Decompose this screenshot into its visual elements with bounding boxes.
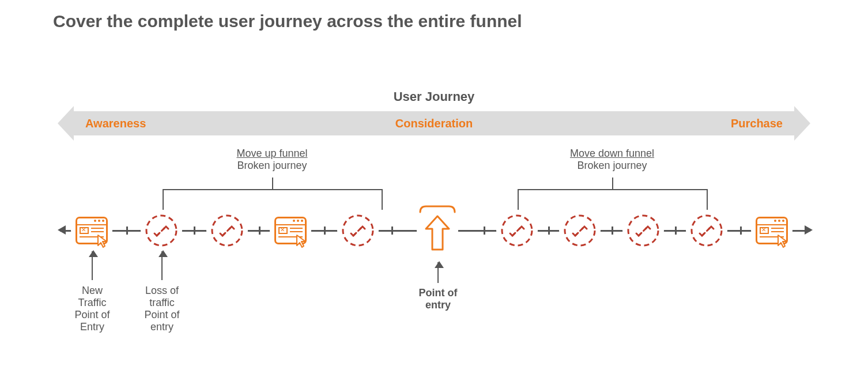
broken-journey-icon xyxy=(145,214,178,247)
timeline-tick xyxy=(548,227,550,235)
timeline-tick xyxy=(126,227,128,235)
broken-journey-icon xyxy=(627,214,660,247)
bracket-down-label: Move down funnel Broken journey xyxy=(537,148,687,172)
new-traffic-entry-icon xyxy=(76,217,108,244)
broken-journey-icon xyxy=(690,214,723,247)
caption-point-of-entry: Point of entry xyxy=(409,287,467,311)
timeline-tick xyxy=(612,227,613,235)
timeline-tick xyxy=(675,227,677,235)
timeline-arrow-left-icon xyxy=(58,225,66,235)
caption-new-traffic: New Traffic Point of Entry xyxy=(69,285,116,333)
bracket-down-title: Move down funnel xyxy=(570,148,654,159)
bracket-down xyxy=(518,189,708,210)
browser-page-icon xyxy=(274,217,307,244)
caption-loss-traffic: Loss of traffic Point of entry xyxy=(138,285,186,333)
bracket-up-subtitle: Broken journey xyxy=(237,160,307,171)
funnel-bar: Awareness Consideration Purchase xyxy=(58,111,810,135)
bracket-stem xyxy=(612,178,613,189)
pointer-arrow xyxy=(92,251,93,280)
timeline-tick xyxy=(740,227,742,235)
bracket-up-label: Move up funnel Broken journey xyxy=(197,148,347,172)
pointer-arrow xyxy=(161,251,163,280)
timeline-tick xyxy=(194,227,195,235)
user-journey-label: User Journey xyxy=(0,89,868,104)
broken-journey-icon xyxy=(563,214,597,247)
bracket-up xyxy=(163,189,383,210)
broken-journey-icon xyxy=(341,214,375,247)
point-of-entry-icon xyxy=(416,205,459,256)
broken-journey-icon xyxy=(500,214,534,247)
timeline-tick xyxy=(324,227,326,235)
timeline-tick xyxy=(484,227,485,235)
bracket-up-title: Move up funnel xyxy=(236,148,307,159)
timeline-tick xyxy=(259,227,261,235)
stage-consideration: Consideration xyxy=(58,111,810,135)
page-title: Cover the complete user journey across t… xyxy=(53,12,522,31)
bracket-stem xyxy=(272,178,273,189)
stage-purchase: Purchase xyxy=(731,111,783,135)
timeline-tick xyxy=(391,227,393,235)
pointer-arrow xyxy=(437,262,439,283)
browser-page-icon xyxy=(756,217,788,244)
broken-journey-icon xyxy=(210,214,244,247)
timeline-arrow-right-icon xyxy=(805,225,813,235)
bracket-down-subtitle: Broken journey xyxy=(577,160,647,171)
